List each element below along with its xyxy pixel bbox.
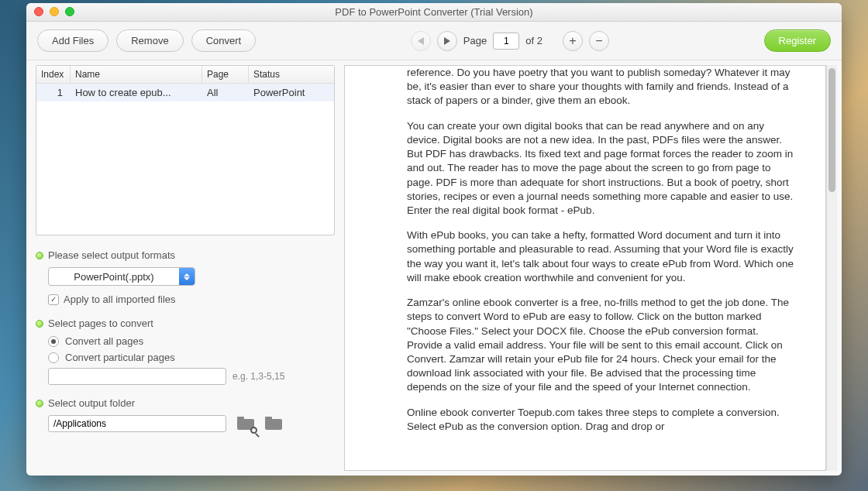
- prev-page-button[interactable]: [411, 31, 431, 51]
- output-format-value: PowerPoint(.pptx): [49, 271, 179, 283]
- cell-page: All: [202, 84, 249, 101]
- output-folder-group: Select output folder: [36, 397, 335, 432]
- triangle-right-icon: [444, 37, 450, 45]
- remove-button[interactable]: Remove: [116, 29, 183, 52]
- register-button[interactable]: Register: [764, 29, 831, 52]
- convert-all-label: Convert all pages: [65, 335, 143, 347]
- preview-pane[interactable]: reference. Do you have poetry that you w…: [344, 65, 826, 471]
- plus-icon: +: [569, 35, 576, 47]
- toolbar: Add Files Remove Convert Page of 2 + − R…: [26, 22, 842, 60]
- app-window: PDF to PowerPoint Converter (Trial Versi…: [26, 3, 842, 476]
- add-files-button[interactable]: Add Files: [37, 29, 108, 52]
- page-total-label: of 2: [525, 35, 542, 46]
- convert-particular-radio[interactable]: [48, 352, 59, 363]
- pager: Page of 2 + −: [411, 31, 609, 51]
- page-number-input[interactable]: [493, 33, 519, 50]
- zoom-in-button[interactable]: +: [563, 31, 583, 51]
- minus-icon: −: [595, 35, 602, 47]
- page-range-hint: e.g. 1,3-5,15: [232, 371, 284, 382]
- bullet-icon: [36, 320, 43, 328]
- cell-index: 1: [36, 84, 71, 101]
- output-format-group: Please select output formats PowerPoint(…: [36, 249, 335, 305]
- paragraph: reference. Do you have poetry that you w…: [407, 66, 794, 108]
- bullet-icon: [36, 400, 43, 407]
- window-controls: [34, 7, 74, 16]
- content-area: Index Name Page Status 1 How to create e…: [26, 60, 842, 476]
- cell-status: PowerPoint: [249, 84, 334, 101]
- output-folder-input[interactable]: [48, 415, 226, 432]
- zoom-window-button[interactable]: [65, 7, 74, 16]
- bullet-icon: [36, 252, 43, 259]
- output-format-select[interactable]: PowerPoint(.pptx): [48, 267, 195, 286]
- convert-particular-label: Convert particular pages: [65, 352, 175, 363]
- preview-scrollbar[interactable]: [826, 65, 837, 471]
- col-header-name[interactable]: Name: [71, 66, 202, 83]
- convert-all-radio[interactable]: [48, 336, 59, 347]
- cell-name: How to create epub...: [71, 84, 202, 101]
- titlebar: PDF to PowerPoint Converter (Trial Versi…: [26, 3, 842, 22]
- zoom-out-button[interactable]: −: [589, 31, 609, 51]
- paragraph: Zamzar's online ebook converter is a fre…: [407, 296, 794, 395]
- select-arrows-icon: [179, 268, 195, 285]
- scrollbar-thumb[interactable]: [828, 68, 835, 192]
- page-label: Page: [463, 35, 487, 46]
- output-format-label: Please select output formats: [48, 249, 175, 261]
- col-header-index[interactable]: Index: [36, 66, 71, 83]
- choose-folder-button[interactable]: [265, 417, 282, 431]
- close-window-button[interactable]: [34, 7, 43, 16]
- table-row[interactable]: 1 How to create epub... All PowerPoint: [36, 84, 334, 101]
- output-folder-label: Select output folder: [48, 397, 135, 409]
- table-header-row: Index Name Page Status: [36, 66, 334, 84]
- page-range-input[interactable]: [48, 368, 226, 385]
- pages-label: Select pages to convert: [48, 318, 153, 329]
- next-page-button[interactable]: [437, 31, 457, 51]
- col-header-page[interactable]: Page: [202, 66, 249, 83]
- minimize-window-button[interactable]: [50, 7, 59, 16]
- document-content: reference. Do you have poetry that you w…: [345, 66, 825, 471]
- apply-all-label: Apply to all imported files: [64, 294, 176, 305]
- file-table: Index Name Page Status 1 How to create e…: [36, 65, 335, 235]
- right-panel: reference. Do you have poetry that you w…: [344, 60, 842, 476]
- triangle-left-icon: [418, 37, 424, 45]
- apply-all-checkbox[interactable]: ✓: [48, 294, 59, 305]
- left-panel: Index Name Page Status 1 How to create e…: [26, 60, 344, 476]
- window-title: PDF to PowerPoint Converter (Trial Versi…: [335, 6, 532, 18]
- paragraph: With ePub books, you can take a hefty, f…: [407, 228, 794, 285]
- paragraph: You can create your own digital books th…: [407, 119, 794, 218]
- convert-button[interactable]: Convert: [191, 29, 257, 52]
- col-header-status[interactable]: Status: [249, 66, 334, 83]
- reveal-folder-button[interactable]: [237, 417, 254, 431]
- paragraph: Online ebook converter Toepub.com takes …: [407, 406, 794, 434]
- pages-group: Select pages to convert Convert all page…: [36, 318, 335, 385]
